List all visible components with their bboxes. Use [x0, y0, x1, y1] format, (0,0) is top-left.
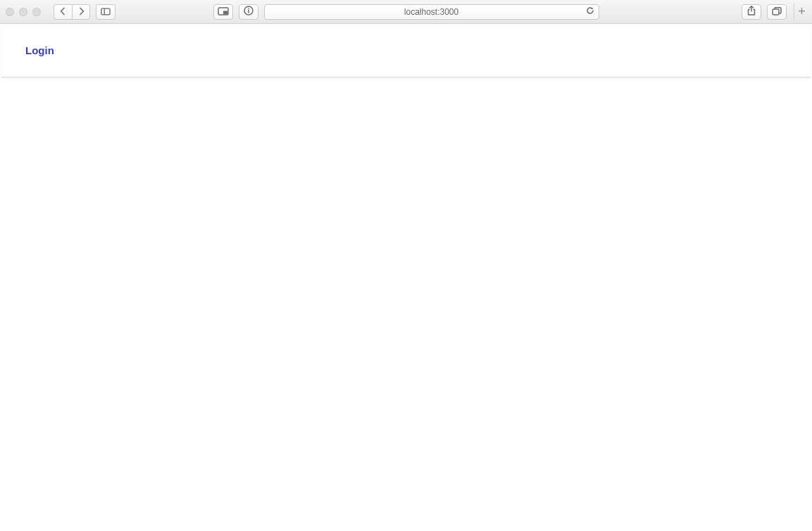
svg-rect-3: [223, 11, 227, 14]
login-link[interactable]: Login: [25, 44, 54, 56]
url-text: localhost:3000: [404, 7, 458, 17]
tabs-icon: [772, 6, 782, 18]
page-viewport: Login: [0, 24, 812, 531]
sidebar-toggle-button[interactable]: [96, 4, 115, 20]
close-window-button[interactable]: [6, 8, 14, 16]
maximize-window-button[interactable]: [32, 8, 41, 16]
address-bar[interactable]: localhost:3000: [264, 4, 599, 20]
toolbar-right-controls: +: [742, 4, 806, 20]
new-tab-button[interactable]: +: [794, 4, 806, 20]
privacy-report-button[interactable]: [239, 4, 258, 20]
share-icon: [747, 6, 756, 18]
app-navbar: Login: [1, 24, 811, 77]
browser-toolbar: localhost:3000 +: [0, 0, 812, 24]
sidebar-icon: [101, 6, 111, 18]
navigation-buttons: [54, 4, 90, 20]
forward-button[interactable]: [72, 4, 90, 20]
address-bar-group: localhost:3000: [213, 4, 599, 20]
pip-button[interactable]: [213, 4, 233, 20]
minimize-window-button[interactable]: [19, 8, 27, 16]
plus-icon: +: [798, 4, 806, 19]
chevron-right-icon: [78, 6, 85, 18]
svg-rect-0: [101, 8, 110, 15]
window-controls: [6, 8, 41, 16]
tabs-overview-button[interactable]: [767, 4, 787, 20]
pip-icon: [218, 6, 229, 18]
chevron-left-icon: [60, 6, 66, 18]
shield-info-icon: [244, 6, 254, 18]
back-button[interactable]: [54, 4, 72, 20]
refresh-button[interactable]: [586, 6, 594, 17]
svg-rect-7: [773, 9, 779, 15]
refresh-icon: [586, 6, 594, 17]
share-button[interactable]: [742, 4, 761, 20]
